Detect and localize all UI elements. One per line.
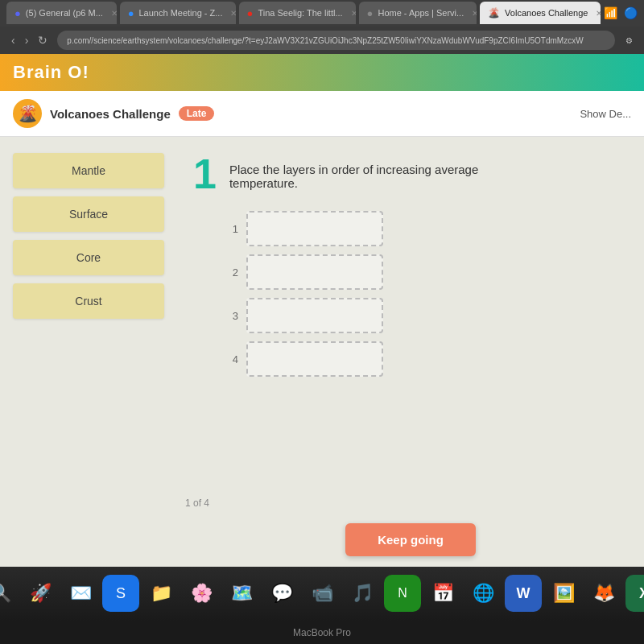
drop-zone-4[interactable] [246, 341, 383, 377]
drop-zone-row-3: 3 [225, 298, 628, 333]
back-button[interactable]: ‹ [8, 32, 19, 48]
dock-item-finder[interactable]: 🔍 [0, 575, 19, 612]
page-content: Brain O! 🌋 Volcanoes Challenge Late Show… [0, 54, 644, 566]
dock-item-word[interactable]: W [505, 575, 542, 612]
dock-item-excel[interactable]: X [625, 575, 644, 612]
wifi-icon: 📶 [604, 6, 617, 19]
question-number: 1 [193, 153, 217, 195]
drop-zone-label-2: 2 [225, 266, 238, 279]
tab-home[interactable]: ● Home - Apps | Servi... ✕ [359, 2, 477, 24]
dock-item-calendar[interactable]: 📅 [424, 575, 461, 612]
tab-close-icon[interactable]: ✕ [472, 9, 477, 18]
tab-label: (5) General (p6 M... [26, 8, 103, 18]
question-row: 1 Place the layers in order of increasin… [193, 153, 628, 195]
dock-item-safari[interactable]: S [102, 575, 139, 612]
dock-item-firefox[interactable]: 🦊 [585, 575, 622, 612]
content-area: 🌋 Volcanoes Challenge Late Show De... Ma… [0, 91, 644, 566]
tab-close-icon[interactable]: ✕ [351, 9, 356, 18]
drop-zone-3[interactable] [246, 298, 383, 333]
extensions-icon[interactable]: ⚙ [621, 33, 636, 47]
ted-icon: ● [247, 7, 254, 19]
dock-item-numbers[interactable]: N [384, 575, 421, 612]
forward-button[interactable]: › [22, 32, 32, 48]
late-badge: Late [179, 106, 215, 121]
tab-label: Home - Apps | Servi... [378, 8, 464, 18]
tab-close-icon[interactable]: ✕ [111, 9, 117, 18]
dock-item-facetime[interactable]: 📹 [303, 575, 341, 612]
zoom-icon: ● [128, 7, 134, 19]
site-header: Brain O! [0, 54, 644, 91]
nav-buttons: ‹ › ↻ [8, 32, 51, 48]
site-title: Brain O! [13, 62, 89, 83]
tab-volcanoes[interactable]: 🌋 Volcanoes Challenge ✕ [480, 2, 601, 24]
drop-zone-row-4: 4 [225, 341, 628, 377]
question-area: 1 Place the layers in order of increasin… [177, 145, 644, 566]
tab-ted[interactable]: ● Tina Seelig: The littl... ✕ [239, 2, 356, 24]
tab-label: Volcanoes Challenge [505, 8, 588, 18]
page-indicator: 1 of 4 [185, 497, 209, 509]
question-text: Place the layers in order of increasing … [229, 153, 535, 190]
tab-zoom[interactable]: ● Launch Meeting - Z... ✕ [120, 2, 236, 24]
drop-zone-row-2: 2 [225, 254, 628, 290]
keep-going-button[interactable]: Keep going [345, 523, 476, 556]
tab-general[interactable]: ● (5) General (p6 M... ✕ [6, 2, 117, 24]
tab-label: Launch Meeting - Z... [139, 8, 223, 18]
tab-close-icon[interactable]: ✕ [596, 9, 601, 18]
macos-dock: 🔍 🚀 ✉️ S 📁 🌸 🗺️ 💬 📹 🎵 N 📅 🌐 W 🖼️ 🦊 X [0, 567, 644, 621]
dock-item-mail[interactable]: ✉️ [62, 575, 99, 612]
drop-zone-2[interactable] [246, 254, 383, 290]
tab-label: Tina Seelig: The littl... [258, 8, 342, 18]
refresh-button[interactable]: ↻ [35, 32, 51, 48]
drag-item-surface[interactable]: Surface [13, 196, 164, 232]
drop-zone-1[interactable] [246, 211, 383, 246]
dock-item-maps[interactable]: 🗺️ [223, 575, 260, 612]
challenge-avatar: 🌋 [13, 99, 42, 128]
show-details-link[interactable]: Show De... [580, 108, 631, 120]
drag-item-core[interactable]: Core [13, 240, 164, 275]
drop-zone-row-1: 1 [225, 211, 628, 246]
dock-item-launchpad[interactable]: 🚀 [22, 575, 59, 612]
dock-item-photos2[interactable]: 🖼️ [545, 575, 582, 612]
drag-item-mantle[interactable]: Mantle [13, 153, 164, 188]
drop-zones-container: 1 2 3 4 [225, 211, 628, 377]
discord-icon: ● [14, 7, 21, 19]
drag-item-crust[interactable]: Crust [13, 283, 164, 319]
url-field[interactable]: p.com//science/earthsystem/volcanoes/cha… [57, 31, 615, 50]
home-icon: ● [367, 7, 374, 19]
challenge-header: 🌋 Volcanoes Challenge Late Show De... [0, 91, 644, 137]
url-text: p.com//science/earthsystem/volcanoes/cha… [67, 36, 583, 45]
macbook-label: MacBook Pro [0, 621, 644, 644]
bottom-bar: Keep going [193, 510, 628, 566]
bluetooth-icon: 🔵 [624, 6, 638, 19]
browser-window: ● (5) General (p6 M... ✕ ● Launch Meetin… [0, 0, 644, 644]
drag-items-sidebar: Mantle Surface Core Crust [0, 145, 177, 566]
dock-item-photos[interactable]: 🌸 [183, 575, 220, 612]
drop-zone-label-1: 1 [225, 223, 238, 235]
drop-zone-label-3: 3 [225, 310, 238, 322]
volcanoes-tab-icon: 🌋 [488, 7, 500, 19]
dock-item-chrome[interactable]: 🌐 [464, 575, 502, 612]
main-body: Mantle Surface Core Crust 1 [0, 137, 644, 566]
dock-item-messages[interactable]: 💬 [263, 575, 300, 612]
dock-item-itunes[interactable]: 🎵 [344, 575, 381, 612]
tab-bar: ● (5) General (p6 M... ✕ ● Launch Meetin… [0, 0, 644, 27]
tab-close-icon[interactable]: ✕ [230, 9, 235, 18]
drop-zone-label-4: 4 [225, 353, 238, 365]
dock-item-files[interactable]: 📁 [142, 575, 180, 612]
browser-action-icons: ⚙ [621, 33, 636, 47]
challenge-title: Volcanoes Challenge [50, 107, 171, 121]
address-bar: ‹ › ↻ p.com//science/earthsystem/volcano… [0, 27, 644, 55]
